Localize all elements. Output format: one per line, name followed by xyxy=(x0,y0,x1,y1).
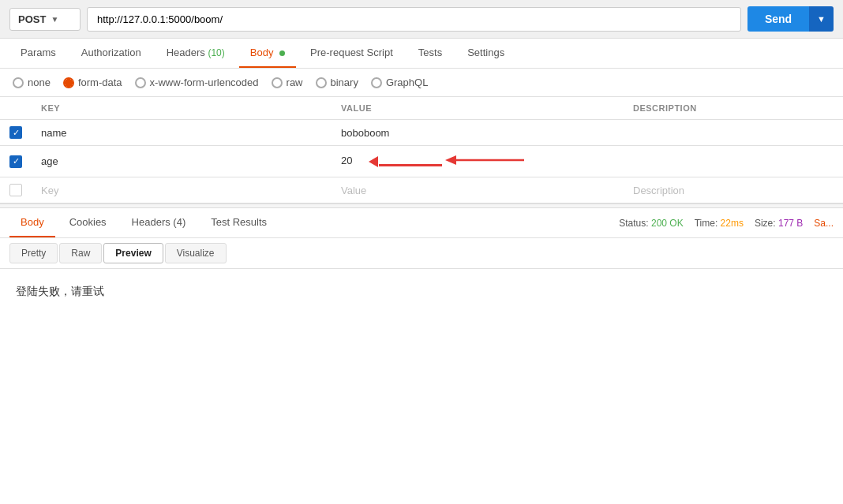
col-header-value: VALUE xyxy=(332,97,624,120)
status-label: Status: 200 OK xyxy=(619,218,683,229)
resp-tab-cookies[interactable]: Cookies xyxy=(58,208,118,237)
body-type-urlencoded[interactable]: x-www-form-urlencoded xyxy=(135,77,259,88)
resp-tab-test-results[interactable]: Test Results xyxy=(200,208,278,237)
status-value: 200 OK xyxy=(651,218,684,229)
row1-value-cell[interactable]: boboboom xyxy=(332,120,624,146)
body-type-graphql[interactable]: GraphQL xyxy=(371,77,428,88)
response-text: 登陆失败，请重试 xyxy=(16,285,104,297)
url-input[interactable] xyxy=(87,7,741,32)
tab-authorization[interactable]: Authorization xyxy=(70,39,152,68)
tab-body[interactable]: Body xyxy=(239,39,296,68)
save-response-button[interactable]: Sa... xyxy=(814,218,834,229)
fmt-raw[interactable]: Raw xyxy=(59,243,102,263)
fmt-visualize[interactable]: Visualize xyxy=(165,243,227,263)
svg-marker-1 xyxy=(445,155,456,165)
radio-urlencoded xyxy=(135,77,146,88)
table-row: ✓ name boboboom xyxy=(0,120,843,146)
response-body: 登陆失败，请重试 xyxy=(0,269,843,315)
radio-none xyxy=(13,77,24,88)
response-top-bar: Body Cookies Headers (4) Test Results St… xyxy=(0,208,843,238)
row2-desc-cell[interactable] xyxy=(624,146,843,177)
radio-raw xyxy=(272,77,283,88)
response-status-info: Status: 200 OK Time: 22ms Size: 177 B Sa… xyxy=(619,218,834,229)
radio-formdata xyxy=(63,77,74,88)
tab-headers[interactable]: Headers (10) xyxy=(155,39,236,68)
size-label: Size: 177 B xyxy=(755,218,803,229)
col-header-desc: DESCRIPTION xyxy=(624,97,843,120)
radio-graphql xyxy=(371,77,382,88)
row1-checkbox[interactable]: ✓ xyxy=(9,126,22,139)
body-type-formdata[interactable]: form-data xyxy=(63,77,122,88)
row1-check-cell: ✓ xyxy=(0,120,32,146)
fmt-preview[interactable]: Preview xyxy=(103,243,163,263)
headers-badge: (10) xyxy=(208,47,224,58)
resp-tab-body[interactable]: Body xyxy=(9,208,55,237)
body-type-bar: none form-data x-www-form-urlencoded raw… xyxy=(0,69,843,97)
row2-checkbox[interactable]: ✓ xyxy=(9,155,22,168)
params-table: KEY VALUE DESCRIPTION ✓ name boboboom xyxy=(0,97,843,203)
row1-key-cell[interactable]: name xyxy=(32,120,332,146)
radio-binary xyxy=(316,77,327,88)
format-bar: Pretty Raw Preview Visualize xyxy=(0,238,843,269)
body-type-raw[interactable]: raw xyxy=(272,77,303,88)
chevron-down-icon: ▼ xyxy=(51,15,58,24)
row1-desc-cell[interactable] xyxy=(624,120,843,146)
resp-tab-headers[interactable]: Headers (4) xyxy=(121,208,197,237)
response-tabs: Body Cookies Headers (4) Test Results xyxy=(9,208,619,237)
request-tabs: Params Authorization Headers (10) Body P… xyxy=(0,39,843,69)
row3-check-cell xyxy=(0,177,32,203)
table-row-placeholder: Key Value Description xyxy=(0,177,843,203)
method-label: POST xyxy=(18,13,46,25)
send-dropdown-button[interactable]: ▼ xyxy=(809,6,834,32)
body-dot xyxy=(279,50,285,56)
body-type-none[interactable]: none xyxy=(13,77,51,88)
tab-params[interactable]: Params xyxy=(9,39,67,68)
row3-desc-cell[interactable]: Description xyxy=(624,177,843,203)
row3-key-cell[interactable]: Key xyxy=(32,177,332,203)
send-button[interactable]: Send xyxy=(747,6,809,32)
row2-key-cell[interactable]: age xyxy=(32,146,332,177)
body-type-binary[interactable]: binary xyxy=(316,77,358,88)
col-header-key: KEY xyxy=(32,97,332,120)
table-row: ✓ age 20 xyxy=(0,146,843,177)
top-bar: POST ▼ Send ▼ xyxy=(0,0,843,39)
tab-settings[interactable]: Settings xyxy=(456,39,515,68)
size-value: 177 B xyxy=(778,218,803,229)
tab-tests[interactable]: Tests xyxy=(407,39,453,68)
row3-checkbox-empty[interactable] xyxy=(9,184,22,196)
time-value: 22ms xyxy=(721,218,744,229)
method-dropdown[interactable]: POST ▼ xyxy=(9,8,81,31)
row3-value-cell[interactable]: Value xyxy=(332,177,624,203)
col-header-check xyxy=(0,97,32,120)
row2-check-cell: ✓ xyxy=(0,146,32,177)
fmt-pretty[interactable]: Pretty xyxy=(9,243,58,263)
tab-prerequest[interactable]: Pre-request Script xyxy=(299,39,404,68)
red-arrow-icon xyxy=(379,152,524,170)
send-button-group: Send ▼ xyxy=(747,6,834,32)
time-label: Time: 22ms xyxy=(695,218,744,229)
row2-value-cell[interactable]: 20 xyxy=(332,146,624,177)
